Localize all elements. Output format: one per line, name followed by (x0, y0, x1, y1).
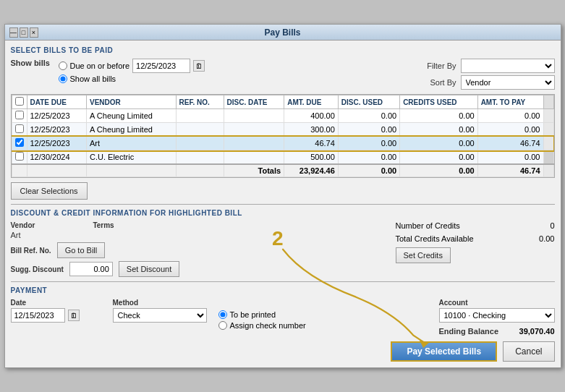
col-disc-used: DISC. USED (338, 95, 399, 109)
select-all-checkbox[interactable] (15, 97, 24, 106)
assign-check-radio[interactable] (218, 321, 227, 330)
scrollbar-cell (543, 123, 553, 137)
col-vendor: VENDOR (87, 95, 176, 109)
bills-table-container: DATE DUE VENDOR REF. NO. DISC. DATE AMT.… (11, 94, 555, 178)
sugg-discount-input[interactable] (69, 262, 113, 276)
payment-header: PAYMENT (11, 286, 555, 294)
row-amt-due: 400.00 (284, 109, 339, 123)
table-row-selected[interactable]: 12/25/2023 Art 46.74 0.00 0.00 46.74 (12, 137, 553, 150)
total-credits-label: Total Credits Available (396, 234, 474, 243)
filter-sort-block: Filter By Sort By Vendor (420, 59, 555, 90)
close-button[interactable]: × (30, 27, 38, 38)
sugg-discount-label: Sugg. Discount (11, 265, 64, 273)
filter-dropdown[interactable] (461, 59, 555, 73)
set-discount-button[interactable]: Set Discount (119, 261, 179, 277)
bottom-buttons: Pay Selected Bills Cancel (11, 341, 555, 362)
row-amt-due: 300.00 (284, 123, 339, 137)
due-on-before-radio[interactable] (59, 61, 67, 70)
row-checkbox[interactable] (15, 152, 24, 161)
select-bills-section: SELECT BILLS TO BE PAID Show bills Due o… (11, 46, 555, 90)
show-all-bills-label: Show all bills (70, 74, 116, 83)
row-ref (176, 123, 224, 137)
clear-selections-button[interactable]: Clear Selections (11, 182, 88, 200)
row-disc-date (224, 137, 284, 150)
row-amt-to-pay: 0.00 (477, 109, 543, 123)
restore-button[interactable]: □ (20, 27, 28, 38)
table-row[interactable]: 12/25/2023 A Cheung Limited 300.00 0.00 … (12, 123, 553, 137)
row-disc-used: 0.00 (338, 109, 399, 123)
row-amt-to-pay: 46.74 (477, 137, 543, 150)
total-credits-value: 0.00 (539, 234, 554, 243)
payment-account-block: Account 10100 · Checking Ending Balance … (439, 299, 555, 336)
table-row[interactable]: 12/30/2024 C.U. Electric 500.00 0.00 0.0… (12, 150, 553, 165)
row-vendor: A Cheung Limited (87, 123, 176, 137)
terms-label: Terms (93, 221, 114, 229)
method-dropdown[interactable]: Check (113, 308, 207, 323)
due-on-before-label: Due on or before (70, 61, 130, 70)
col-ref-no: REF. NO. (176, 95, 224, 109)
payment-calendar-icon[interactable]: 🗓 (68, 310, 80, 321)
show-bills-block: Show bills Due on or before 🗓 Show all b… (11, 59, 205, 83)
calendar-icon[interactable]: 🗓 (193, 60, 205, 72)
row-checkbox[interactable] (15, 111, 24, 119)
row-credits-used: 0.00 (400, 123, 478, 137)
ending-balance-label: Ending Balance (439, 327, 499, 336)
payment-radios: To be printed Assign check number (218, 310, 306, 330)
discount-header: DISCOUNT & CREDIT INFORMATION FOR HIGHLI… (11, 209, 555, 217)
totals-row: Totals 23,924.46 0.00 0.00 46.74 (12, 164, 553, 177)
row-disc-date (224, 150, 284, 165)
show-all-bills-radio[interactable] (59, 74, 67, 83)
col-amt-to-pay: AMT. TO PAY (477, 95, 543, 109)
set-credits-button[interactable]: Set Credits (396, 247, 451, 263)
payment-date-input[interactable] (11, 308, 65, 323)
scrollbar-cell (543, 109, 553, 123)
num-credits-value: 0 (550, 221, 554, 230)
discount-section: DISCOUNT & CREDIT INFORMATION FOR HIGHLI… (11, 204, 555, 277)
go-to-bill-button[interactable]: Go to Bill (57, 242, 106, 258)
cancel-button[interactable]: Cancel (503, 341, 554, 362)
to-be-printed-radio[interactable] (218, 310, 227, 319)
row-ref (176, 150, 224, 165)
row-date: 12/25/2023 (27, 109, 87, 123)
row-ref (176, 109, 224, 123)
bills-table: DATE DUE VENDOR REF. NO. DISC. DATE AMT.… (12, 95, 554, 177)
bill-ref-label: Bill Ref. No. (11, 247, 51, 255)
row-checkbox-checked[interactable] (15, 138, 24, 147)
row-disc-date (224, 109, 284, 123)
account-dropdown[interactable]: 10100 · Checking (439, 308, 555, 323)
assign-check-label: Assign check number (230, 321, 306, 330)
row-checkbox[interactable] (15, 124, 24, 133)
scrollbar-cell (543, 137, 553, 150)
row-disc-used: 0.00 (338, 137, 399, 150)
row-disc-date (224, 123, 284, 137)
sort-label: Sort By (420, 78, 456, 87)
scrollbar-thumb (543, 150, 553, 165)
row-amt-to-pay: 0.00 (477, 150, 543, 165)
row-vendor: A Cheung Limited (87, 109, 176, 123)
ending-balance-value: 39,070.40 (519, 327, 555, 336)
sort-dropdown[interactable]: Vendor (461, 75, 555, 90)
filter-label: Filter By (420, 61, 456, 70)
row-disc-used: 0.00 (338, 150, 399, 165)
payment-section: PAYMENT Date 🗓 Method Check (11, 281, 555, 336)
to-be-printed-label: To be printed (230, 310, 276, 319)
row-date: 12/25/2023 (27, 123, 87, 137)
col-disc-date: DISC. DATE (224, 95, 284, 109)
title-bar: — □ × Pay Bills (5, 25, 561, 41)
col-credits-used: CREDITS USED (400, 95, 478, 109)
minimize-button[interactable]: — (9, 27, 18, 38)
row-vendor: C.U. Electric (87, 150, 176, 165)
col-amt-due: AMT. DUE (284, 95, 339, 109)
scrollbar-header (543, 95, 553, 109)
totals-amt-due: 23,924.46 (284, 164, 339, 177)
row-amt-to-pay: 0.00 (477, 123, 543, 137)
row-date: 12/25/2023 (27, 137, 87, 150)
row-amt-due: 500.00 (284, 150, 339, 165)
totals-disc-used: 0.00 (338, 164, 399, 177)
date-input[interactable] (132, 59, 190, 73)
pay-selected-bills-button[interactable]: Pay Selected Bills (391, 341, 497, 362)
select-bills-header: SELECT BILLS TO BE PAID (11, 46, 555, 54)
num-credits-label: Number of Credits (396, 221, 460, 230)
method-label: Method (113, 299, 207, 307)
table-row[interactable]: 12/25/2023 A Cheung Limited 400.00 0.00 … (12, 109, 553, 123)
